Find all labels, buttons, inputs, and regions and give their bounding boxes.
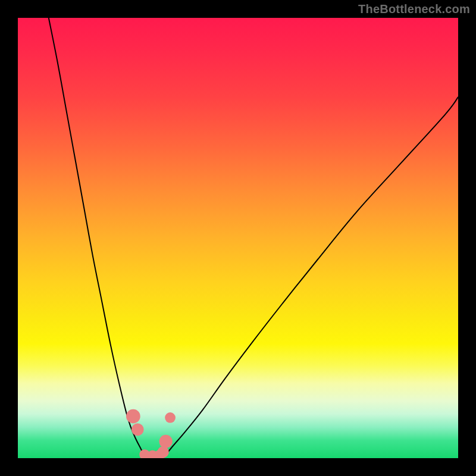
plot-area (18, 18, 458, 458)
marker-right-mid-blob (159, 435, 173, 448)
left-curve (49, 18, 146, 458)
chart-svg (18, 18, 458, 458)
right-curve (163, 97, 458, 458)
chart-frame: TheBottleneck.com (0, 0, 476, 476)
watermark-text: TheBottleneck.com (358, 2, 470, 16)
curve-group (49, 18, 458, 458)
marker-left-lower-blob (131, 424, 144, 436)
marker-left-top-blob (126, 409, 140, 424)
marker-right-top-dot (165, 412, 176, 423)
marker-group (126, 409, 176, 458)
